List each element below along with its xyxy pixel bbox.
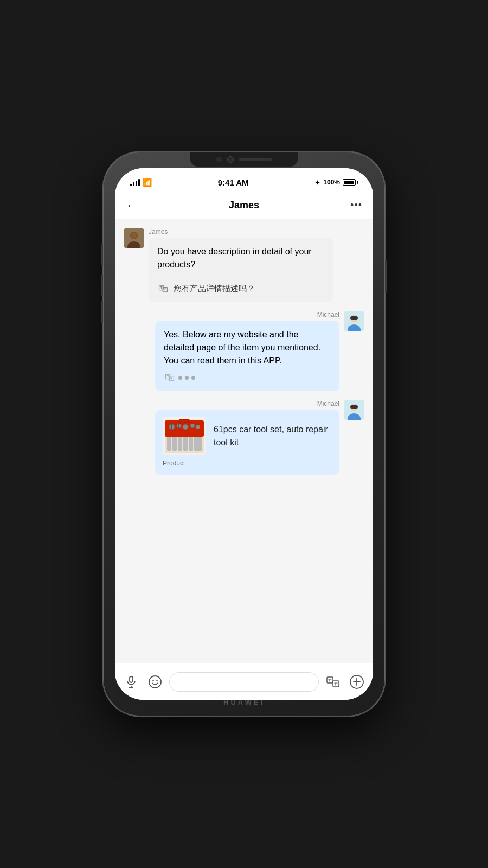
brand-label: HUAWEI xyxy=(223,698,265,706)
james-message-container: James Do you have description in detail … xyxy=(149,228,333,302)
notch-camera xyxy=(227,156,234,163)
svg-point-31 xyxy=(196,425,200,429)
svg-rect-25 xyxy=(189,437,193,451)
message-row: James Do you have description in detail … xyxy=(124,228,364,302)
product-inner: 61pcs car tool set, auto repair tool kit xyxy=(163,417,332,455)
svg-rect-10 xyxy=(350,316,358,320)
battery-icon xyxy=(343,179,358,186)
wifi-icon: 📶 xyxy=(143,178,152,187)
phone-screen: 📶 9:41 AM ✦ 100% ← James ••• xyxy=(115,168,373,700)
status-right: ✦ 100% xyxy=(314,178,358,187)
nav-bar: ← James ••• xyxy=(115,192,373,219)
signal-icon xyxy=(130,178,140,186)
bluetooth-icon: ✦ xyxy=(314,178,320,187)
status-bar: 📶 9:41 AM ✦ 100% xyxy=(115,168,373,192)
james-bubble: Do you have description in detail of you… xyxy=(149,238,333,302)
dot-3 xyxy=(191,376,195,380)
product-info: 61pcs car tool set, auto repair tool kit xyxy=(214,423,332,449)
avatar-michael xyxy=(344,311,364,331)
james-message-text: Do you have description in detail of you… xyxy=(157,245,324,271)
svg-rect-26 xyxy=(194,437,202,451)
sender-name-michael-1: Michael xyxy=(155,311,339,318)
translate-icon-2 xyxy=(164,372,176,384)
svg-rect-24 xyxy=(183,437,188,451)
avatar-michael-2 xyxy=(344,400,364,420)
message-group-michael-2: Michael xyxy=(124,400,364,475)
svg-point-29 xyxy=(183,424,188,430)
phone-frame: 📶 9:41 AM ✦ 100% ← James ••• xyxy=(103,152,385,716)
translate-icon xyxy=(157,283,169,295)
svg-rect-21 xyxy=(167,437,171,451)
svg-rect-34 xyxy=(130,676,133,682)
translation-row: 您有产品详情描述吗？ xyxy=(157,283,324,295)
add-button[interactable] xyxy=(347,672,367,692)
status-left: 📶 xyxy=(130,178,152,187)
message-group-james: James Do you have description in detail … xyxy=(124,228,364,302)
product-card[interactable]: 61pcs car tool set, auto repair tool kit… xyxy=(155,410,339,475)
sender-name-james: James xyxy=(149,228,333,235)
avatar-james xyxy=(124,228,144,248)
back-button[interactable]: ← xyxy=(126,199,138,213)
battery-percent: 100% xyxy=(323,178,340,186)
sender-name-michael-2: Michael xyxy=(155,400,339,407)
svg-rect-22 xyxy=(172,437,177,451)
emoji-button[interactable] xyxy=(145,672,165,692)
message-row-product: Michael xyxy=(124,400,364,475)
more-button[interactable]: ••• xyxy=(350,200,362,211)
svg-point-30 xyxy=(190,424,195,428)
svg-point-39 xyxy=(156,680,157,681)
svg-point-38 xyxy=(152,680,153,681)
svg-rect-17 xyxy=(350,405,358,409)
message-group-michael-1: Michael Yes. Below are my website and th… xyxy=(124,311,364,391)
status-time: 9:41 AM xyxy=(218,178,249,187)
product-name: 61pcs car tool set, auto repair tool kit xyxy=(214,423,332,449)
michael-bubble-1: Yes. Below are my website and the detail… xyxy=(155,321,339,391)
mic-button[interactable] xyxy=(121,672,141,692)
notch-sensor xyxy=(216,157,222,162)
translate-button[interactable] xyxy=(323,672,343,692)
phone-notch xyxy=(190,152,298,167)
dot-1 xyxy=(178,376,182,380)
bubble-divider xyxy=(157,277,324,277)
message-row-right: Michael Yes. Below are my website and th… xyxy=(124,311,364,391)
product-message-container: Michael xyxy=(155,400,339,475)
message-input[interactable] xyxy=(169,672,319,692)
translate-dots xyxy=(164,372,331,384)
input-bar xyxy=(115,663,373,700)
product-label: Product xyxy=(163,459,332,467)
svg-point-3 xyxy=(131,232,137,239)
dot-2 xyxy=(185,376,189,380)
message-text-input[interactable] xyxy=(177,677,311,686)
svg-rect-20 xyxy=(179,419,190,423)
notch-speaker xyxy=(239,158,272,161)
product-image xyxy=(163,417,206,455)
michael-message-text: Yes. Below are my website and the detail… xyxy=(164,328,331,367)
chat-title: James xyxy=(229,200,259,211)
svg-rect-23 xyxy=(178,437,182,451)
svg-point-37 xyxy=(149,676,161,688)
james-translation: 您有产品详情描述吗？ xyxy=(174,283,255,295)
michael-message-container-1: Michael Yes. Below are my website and th… xyxy=(155,311,339,391)
chat-area: James Do you have description in detail … xyxy=(115,219,373,663)
